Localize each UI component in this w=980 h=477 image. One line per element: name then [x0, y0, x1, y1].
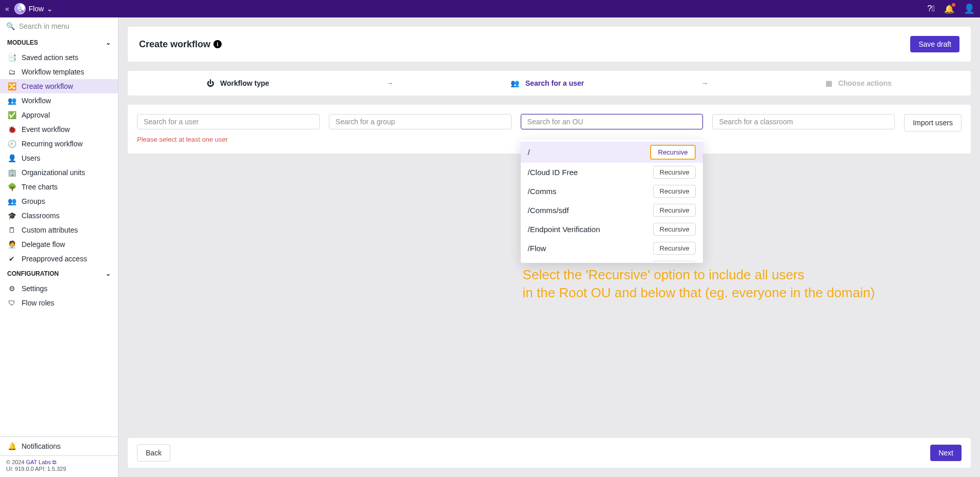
ou-path: /Comms/sdf [528, 206, 569, 215]
preapproved-access-icon: ✔ [7, 255, 16, 263]
sidebar-item-classrooms[interactable]: 🎓Classrooms [0, 208, 118, 223]
step-search-user[interactable]: 👥 Search for a user [511, 79, 584, 87]
sidebar-item-create-workflow[interactable]: 🔀Create workflow [0, 79, 118, 93]
ou-option[interactable]: /Endpoint VerificationRecursive [521, 220, 703, 239]
sidebar-item-custom-attributes[interactable]: 🗒Custom attributes [0, 223, 118, 237]
chevron-down-icon: ⌄ [47, 5, 53, 13]
sidebar-item-label: Flow roles [22, 299, 54, 307]
groups-icon: 👥 [7, 197, 16, 205]
ou-path: /Endpoint Verification [528, 225, 600, 234]
sidebar-item-workflow-templates[interactable]: 🗂Workflow templates [0, 65, 118, 79]
sidebar-item-groups[interactable]: 👥Groups [0, 194, 118, 208]
account-icon[interactable]: 👤 [964, 3, 975, 14]
footer-bar: Back Next [128, 438, 971, 468]
step-label: Search for a user [525, 79, 584, 87]
custom-attributes-icon: 🗒 [7, 226, 16, 234]
sidebar-item-event-workflow[interactable]: 🐞Event workflow [0, 122, 118, 137]
sidebar-item-preapproved-access[interactable]: ✔Preapproved access [0, 252, 118, 266]
notifications-icon[interactable]: 🔔 [944, 4, 954, 14]
search-ou-field[interactable] [521, 114, 703, 129]
people-icon: 👥 [511, 79, 519, 87]
sidebar-item-notifications[interactable]: 🔔 Notifications [0, 437, 118, 455]
sidebar-item-label: Create workflow [22, 82, 73, 90]
step-choose-actions: ▦ Choose actions [826, 79, 892, 87]
nav-config: ⚙Settings🛡Flow roles [0, 281, 118, 310]
sidebar-item-label: Custom attributes [22, 226, 78, 234]
recursive-button[interactable]: Recursive [653, 223, 696, 236]
next-button[interactable]: Next [930, 445, 962, 461]
search-group-input[interactable] [329, 114, 512, 129]
sidebar-footer: © 2024 GAT Labs ⧉ UI: 919.0.0 API: 1.5.3… [0, 455, 118, 477]
section-config-header[interactable]: CONFIGURATION ⌄ [0, 266, 118, 281]
app-switcher[interactable]: 🔍 Flow ⌄ [14, 3, 53, 14]
sidebar-item-tree-charts[interactable]: 🌳Tree charts [0, 180, 118, 194]
settings-icon: ⚙ [7, 284, 16, 293]
page-title: Create workflow i [139, 39, 222, 50]
step-workflow-type[interactable]: ⏻ Workflow type [207, 79, 269, 87]
step-label: Choose actions [838, 79, 892, 87]
sidebar-item-label: Saved action sets [22, 53, 79, 62]
help-icon[interactable]: ?⃝ [927, 4, 935, 13]
import-users-button[interactable]: Import users [904, 114, 962, 131]
ou-option[interactable]: /FlowRecursive [521, 239, 703, 258]
recursive-button[interactable]: Recursive [653, 166, 696, 179]
company-link[interactable]: GAT Labs ⧉ [26, 459, 57, 465]
back-button[interactable]: Back [137, 444, 170, 462]
instruction-annotation: Select the 'Recursive' option to include… [523, 266, 875, 302]
organizational-units-icon: 🏢 [7, 168, 16, 177]
ou-path: /Flow [528, 244, 546, 253]
recursive-button[interactable]: Recursive [653, 204, 696, 217]
top-bar: « 🔍 Flow ⌄ ?⃝ 🔔 👤 [0, 0, 980, 17]
section-modules-header[interactable]: MODULES ⌄ [0, 35, 118, 50]
classrooms-icon: 🎓 [7, 212, 16, 220]
ou-option[interactable]: /Cloud ID FreeRecursive [521, 163, 703, 182]
sidebar-item-label: Recurring workflow [22, 140, 83, 148]
sidebar-item-organizational-units[interactable]: 🏢Organizational units [0, 165, 118, 180]
sidebar-item-delegate-flow[interactable]: 🧑‍💼Delegate flow [0, 237, 118, 252]
menu-search-input[interactable] [18, 22, 112, 31]
recurring-workflow-icon: 🕘 [7, 140, 16, 148]
sidebar-item-label: Organizational units [22, 168, 85, 177]
search-user-input[interactable] [137, 114, 320, 129]
tree-charts-icon: 🌳 [7, 183, 16, 191]
sidebar-item-label: Notifications [22, 442, 61, 450]
sidebar-item-recurring-workflow[interactable]: 🕘Recurring workflow [0, 137, 118, 151]
info-icon[interactable]: i [213, 40, 222, 48]
workflow-stepper: ⏻ Workflow type → 👥 Search for a user → … [128, 71, 971, 96]
sidebar-item-flow-roles[interactable]: 🛡Flow roles [0, 296, 118, 310]
search-ou-input[interactable] [521, 114, 703, 129]
menu-search[interactable]: 🔍 [0, 17, 118, 35]
save-draft-button[interactable]: Save draft [910, 36, 959, 52]
sidebar-item-label: Event workflow [22, 125, 70, 133]
sidebar-item-workflow[interactable]: 👥Workflow [0, 93, 118, 108]
app-logo-icon: 🔍 [14, 3, 26, 14]
ou-option[interactable]: /Recursive [521, 142, 703, 163]
sidebar-item-label: Workflow templates [22, 68, 84, 76]
search-group-field[interactable] [329, 114, 512, 129]
sidebar-item-saved-action-sets[interactable]: 📑Saved action sets [0, 50, 118, 65]
event-workflow-icon: 🐞 [7, 125, 16, 133]
search-user-field[interactable] [137, 114, 320, 129]
sidebar-item-approval[interactable]: ✅Approval [0, 108, 118, 122]
search-icon: 🔍 [6, 22, 15, 30]
ou-dropdown[interactable]: /Recursive/Cloud ID FreeRecursive/CommsR… [521, 140, 703, 263]
ou-option[interactable]: /LeaversRecursive [521, 258, 703, 263]
collapse-sidebar-icon[interactable]: « [5, 5, 9, 13]
workflow-templates-icon: 🗂 [7, 68, 16, 76]
section-config-title: CONFIGURATION [7, 270, 58, 277]
saved-action-sets-icon: 📑 [7, 53, 16, 62]
search-classroom-input[interactable] [712, 114, 895, 129]
ou-option[interactable]: /Comms/sdfRecursive [521, 201, 703, 220]
recursive-button[interactable]: Recursive [650, 145, 696, 160]
recursive-button[interactable]: Recursive [653, 185, 696, 198]
recursive-button[interactable]: Recursive [653, 261, 696, 263]
version-text: UI: 919.0.0 API: 1.5.329 [6, 466, 112, 472]
section-modules-title: MODULES [7, 39, 38, 46]
approval-icon: ✅ [7, 111, 16, 119]
search-classroom-field[interactable] [712, 114, 895, 129]
page-header: Create workflow i Save draft [128, 27, 971, 62]
ou-option[interactable]: /CommsRecursive [521, 182, 703, 201]
recursive-button[interactable]: Recursive [653, 242, 696, 255]
sidebar-item-settings[interactable]: ⚙Settings [0, 281, 118, 296]
sidebar-item-users[interactable]: 👤Users [0, 151, 118, 165]
